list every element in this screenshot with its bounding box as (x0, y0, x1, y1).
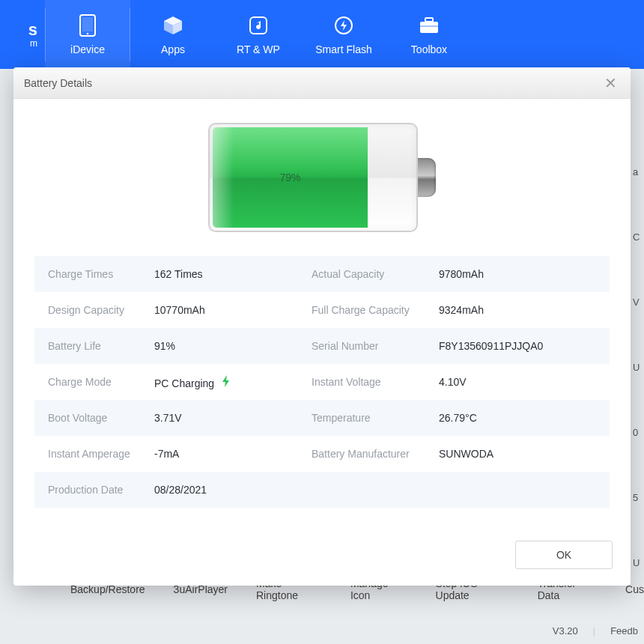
modal-title: Battery Details (24, 77, 92, 89)
nav-toolbox[interactable]: Toolbox (386, 0, 472, 69)
label-charge-times: Charge Times (34, 268, 154, 280)
table-row: Production Date 08/28/2021 (34, 472, 610, 508)
nav-smartflash[interactable]: Smart Flash (301, 0, 386, 69)
table-row: Design Capacity 10770mAh Full Charge Cap… (34, 292, 610, 328)
battery-fill: 79% (213, 127, 368, 228)
value-boot-voltage: 3.71V (154, 412, 312, 424)
nav: iDevice Apps RT & WP Smart Flash Toolbox (45, 0, 472, 69)
table-row: Charge Times 162 Times Actual Capacity 9… (34, 256, 610, 292)
battery-body: 79% (208, 123, 418, 232)
label-instant-voltage: Instant Voltage (312, 376, 439, 388)
svg-rect-7 (420, 25, 438, 27)
value-charge-times: 162 Times (154, 268, 312, 280)
value-manufacturer: SUNWODA (439, 448, 610, 460)
version-label: V3.20 (553, 625, 578, 637)
phone-icon (76, 13, 100, 37)
label-manufacturer: Battery Manufacturer (312, 448, 439, 460)
nav-label: iDevice (70, 43, 105, 55)
nav-rtwp[interactable]: RT & WP (216, 0, 301, 69)
value-production-date: 08/28/2021 (154, 484, 312, 496)
label-full-charge: Full Charge Capacity (312, 304, 439, 316)
table-row: Boot Voltage 3.71V Temperature 26.79°C (34, 400, 610, 436)
value-instant-amperage: -7mA (154, 448, 312, 460)
svg-point-2 (87, 33, 89, 35)
svg-rect-6 (425, 18, 433, 22)
nav-label: RT & WP (237, 43, 280, 55)
flash-icon (332, 13, 356, 37)
label-boot-voltage: Boot Voltage (34, 412, 154, 424)
toolbox-icon (417, 13, 441, 37)
svg-rect-5 (420, 22, 438, 33)
top-nav-bar: s m iDevice Apps RT & WP Smart Flash (0, 0, 644, 69)
value-actual-capacity: 9780mAh (439, 268, 610, 280)
label-instant-amperage: Instant Amperage (34, 448, 154, 460)
battery-visual: 79% (13, 99, 631, 256)
app-logo: s m (0, 0, 37, 69)
nav-label: Apps (161, 43, 185, 55)
value-instant-voltage: 4.10V (439, 376, 610, 388)
value-battery-life: 91% (154, 340, 312, 352)
label-production-date: Production Date (34, 484, 154, 496)
label-battery-life: Battery Life (34, 340, 154, 352)
feedback-link[interactable]: Feedb (610, 625, 638, 637)
value-charge-mode: PC Charging (154, 375, 312, 389)
svg-rect-1 (82, 17, 93, 31)
table-row: Battery Life 91% Serial Number F8Y135609… (34, 328, 610, 364)
label-serial: Serial Number (312, 340, 439, 352)
value-design-capacity: 10770mAh (154, 304, 312, 316)
details-table: Charge Times 162 Times Actual Capacity 9… (13, 256, 631, 508)
nav-apps[interactable]: Apps (130, 0, 216, 69)
label-temperature: Temperature (312, 412, 439, 424)
logo-sub: m (30, 38, 37, 49)
bolt-icon (222, 375, 231, 389)
nav-idevice[interactable]: iDevice (45, 0, 130, 69)
ok-button[interactable]: OK (515, 541, 613, 569)
logo-letter: s (28, 20, 37, 40)
battery-tip (416, 158, 436, 197)
value-serial: F8Y13560911PJJQA0 (439, 340, 610, 352)
table-row: Charge Mode PC Charging Instant Voltage … (34, 364, 610, 400)
battery-percent-label: 79% (279, 171, 300, 183)
battery-details-modal: Battery Details ✕ 79% Charge Times 162 T… (13, 67, 631, 586)
modal-footer: OK (13, 529, 631, 586)
close-icon[interactable]: ✕ (601, 74, 620, 92)
side-peek: a C V U 0 5 U (631, 166, 644, 568)
status-bar: V3.20 | Feedb (0, 617, 644, 644)
music-note-icon (246, 13, 270, 37)
label-actual-capacity: Actual Capacity (312, 268, 439, 280)
modal-header: Battery Details ✕ (13, 67, 631, 99)
value-full-charge: 9324mAh (439, 304, 610, 316)
separator: | (593, 625, 595, 637)
value-temperature: 26.79°C (439, 412, 610, 424)
label-design-capacity: Design Capacity (34, 304, 154, 316)
nav-label: Smart Flash (315, 43, 371, 55)
cube-icon (161, 13, 185, 37)
label-charge-mode: Charge Mode (34, 376, 154, 388)
table-row: Instant Amperage -7mA Battery Manufactur… (34, 436, 610, 472)
nav-label: Toolbox (411, 43, 447, 55)
